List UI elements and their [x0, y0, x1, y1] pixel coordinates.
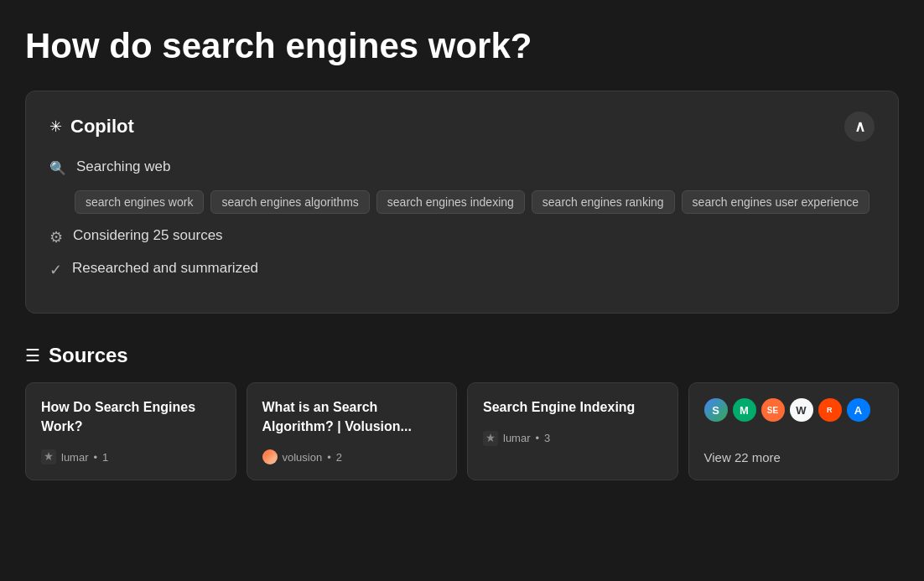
collapse-button[interactable]: [844, 112, 875, 142]
favicon-se-icon: SE: [761, 398, 785, 422]
source-card-3[interactable]: Search Engine Indexing lumar • 3: [467, 382, 678, 480]
lumar-star-icon-2: [485, 433, 496, 444]
source-card-2[interactable]: What is an Search Algorithm? | Volusion.…: [247, 382, 458, 480]
sources-title: Sources: [49, 344, 128, 367]
sources-list-icon: [25, 345, 40, 366]
copilot-snowflake-icon: [49, 117, 62, 136]
page-title: How do search engines work?: [25, 25, 899, 67]
copilot-header: Copilot: [49, 112, 875, 142]
gear-icon: [49, 228, 63, 246]
copilot-card: Copilot Searching web search engines wor…: [25, 91, 899, 314]
copilot-title-row: Copilot: [49, 116, 134, 137]
source-card-2-number: 2: [336, 451, 342, 464]
considering-section: Considering 25 sources: [49, 227, 875, 246]
lumar-star-icon: [43, 451, 55, 463]
source-card-3-sitename: lumar: [503, 432, 531, 444]
source-card-1[interactable]: How Do Search Engines Work? lumar • 1: [25, 382, 236, 480]
svg-text:R: R: [827, 406, 833, 414]
source-card-1-logo: [41, 449, 56, 464]
source-card-2-dot: •: [327, 451, 331, 464]
source-card-3-title: Search Engine Indexing: [483, 398, 662, 417]
researched-section: Researched and summarized: [49, 260, 875, 279]
source-card-3-dot: •: [536, 432, 540, 444]
tag-search-engines-ranking[interactable]: search engines ranking: [532, 190, 675, 214]
more-sources-card[interactable]: S M SE W R A View 22 more: [688, 382, 900, 480]
source-card-3-logo: [483, 431, 498, 446]
favicon-w-icon: W: [790, 398, 813, 422]
source-card-1-dot: •: [94, 451, 98, 464]
searching-label: Searching web: [76, 158, 170, 175]
check-circle-icon: [49, 261, 62, 279]
source-card-3-footer: lumar • 3: [483, 431, 662, 446]
volusion-logo-icon: [264, 451, 276, 463]
favicon-s-icon: S: [704, 398, 728, 422]
svg-marker-0: [265, 452, 275, 462]
considering-label: Considering 25 sources: [73, 227, 223, 244]
copilot-title: Copilot: [70, 116, 134, 137]
search-tags-container: search engines work search engines algor…: [75, 190, 875, 214]
chevron-up-icon: [854, 117, 865, 136]
favicon-r-icon: R: [818, 398, 842, 422]
source-card-2-title: What is an Search Algorithm? | Volusion.…: [262, 398, 442, 436]
reddit-icon: R: [823, 403, 837, 417]
tag-search-engines-user-experience[interactable]: search engines user experience: [682, 190, 869, 214]
source-card-1-sitename: lumar: [61, 451, 89, 464]
sources-header: Sources: [25, 344, 899, 367]
favicon-m-icon: M: [733, 398, 756, 422]
source-card-1-title: How Do Search Engines Work?: [41, 398, 221, 436]
source-card-3-number: 3: [544, 432, 550, 444]
view-more-text: View 22 more: [704, 450, 884, 464]
favicon-a-icon: A: [847, 398, 870, 422]
tag-search-engines-algorithms[interactable]: search engines algorithms: [210, 190, 369, 214]
source-card-1-number: 1: [102, 451, 108, 464]
search-icon: [49, 159, 66, 177]
source-card-1-footer: lumar • 1: [41, 449, 221, 464]
sources-grid: How Do Search Engines Work? lumar • 1 Wh…: [25, 382, 899, 480]
researched-label: Researched and summarized: [72, 260, 258, 277]
searching-section: Searching web: [49, 158, 875, 177]
more-sources-icons: S M SE W R A: [704, 398, 884, 422]
tag-search-engines-work[interactable]: search engines work: [75, 190, 204, 214]
source-card-2-footer: volusion • 2: [262, 449, 442, 464]
tag-search-engines-indexing[interactable]: search engines indexing: [376, 190, 525, 214]
source-card-2-logo: [262, 449, 278, 464]
sources-section: Sources How Do Search Engines Work? luma…: [25, 344, 899, 480]
source-card-2-sitename: volusion: [283, 451, 323, 464]
